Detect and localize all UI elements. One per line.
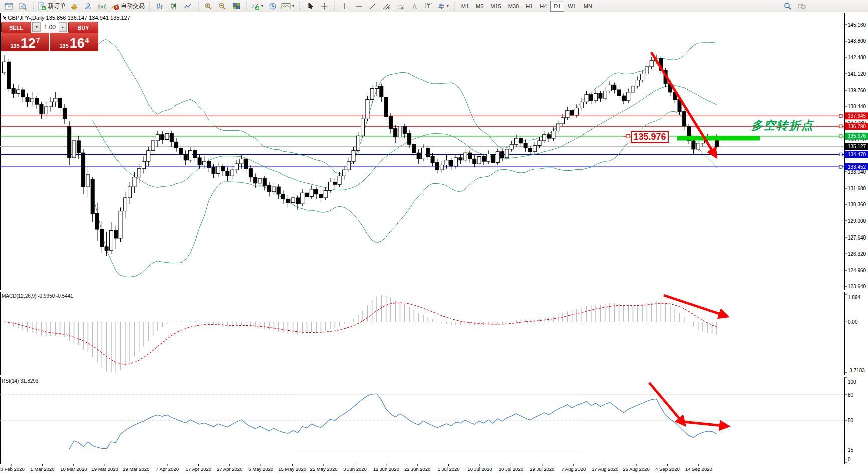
price-axis-label: 139.760 xyxy=(848,88,866,93)
macd-histogram: 1.8940.00-3.7183 xyxy=(4,295,865,373)
candle-body xyxy=(408,133,411,144)
chevron-down-icon: ▼ xyxy=(446,4,450,8)
channel-icon[interactable]: E xyxy=(380,1,394,12)
candle-body xyxy=(272,187,276,192)
timeframe-button-w1[interactable]: W1 xyxy=(564,1,580,12)
rsi-axis-label: 80 xyxy=(848,392,854,398)
main-toolbar: 新订单 自动交易 xyxy=(0,0,868,12)
horizontal-line-icon[interactable] xyxy=(352,1,366,12)
timeframe-button-h4[interactable]: H4 xyxy=(536,1,550,12)
timeframe-button-d1[interactable]: D1 xyxy=(550,1,564,12)
bars-icon[interactable] xyxy=(153,1,167,12)
bid-price-tile[interactable]: 135 12 7 xyxy=(1,33,49,51)
candle-body xyxy=(105,247,108,250)
candle-body xyxy=(40,104,43,114)
profiles-icon[interactable] xyxy=(16,1,30,12)
volume-up-icon[interactable]: ▲ xyxy=(59,22,67,32)
rsi-axis-label: 15 xyxy=(848,447,854,453)
timeframe-button-m1[interactable]: M1 xyxy=(458,1,472,12)
price-axis-label: 141.120 xyxy=(848,71,866,77)
level-handle xyxy=(839,125,842,128)
candle-body xyxy=(515,138,518,144)
candle-body xyxy=(473,159,476,164)
toolbar-separator xyxy=(197,2,199,11)
candle-body xyxy=(193,150,197,158)
vertical-line-icon[interactable] xyxy=(338,1,352,12)
candle-body xyxy=(594,93,598,101)
price-level-annotation-box[interactable]: 135.976 xyxy=(631,131,669,143)
candle-body xyxy=(100,229,104,247)
timeframe-button-h1[interactable]: H1 xyxy=(522,1,536,12)
candle-body xyxy=(375,86,379,89)
timeframe-button-mn[interactable]: MN xyxy=(580,1,596,12)
ask-prefix: 135 xyxy=(59,43,68,49)
candle-body xyxy=(338,176,341,184)
sell-button[interactable]: SELL xyxy=(1,22,31,33)
candle-body xyxy=(147,150,150,161)
autotrading-label: 自动交易 xyxy=(121,2,145,10)
terminal-icon[interactable] xyxy=(81,1,95,12)
bollinger-upper xyxy=(93,39,717,174)
tile-windows-icon[interactable] xyxy=(229,1,243,12)
candle-body xyxy=(216,166,220,174)
trendline-icon[interactable] xyxy=(366,1,380,12)
zoom-out-icon[interactable] xyxy=(215,1,229,12)
new-order-button[interactable]: 新订单 xyxy=(36,1,67,12)
cursor-icon[interactable] xyxy=(303,1,317,12)
search-icon[interactable] xyxy=(781,1,795,12)
line-chart-icon[interactable] xyxy=(181,1,195,12)
candle-body xyxy=(114,230,118,238)
candle-body xyxy=(463,153,467,160)
label-icon[interactable]: T xyxy=(422,1,436,12)
candle-body xyxy=(26,97,29,102)
candle-body xyxy=(21,90,25,97)
timeframe-toolbar: M1M5M15M30H1H4D1W1MN xyxy=(456,1,597,12)
fibonacci-icon[interactable]: F xyxy=(394,1,408,12)
indicators-add-icon[interactable]: ▼ xyxy=(250,1,266,12)
date-axis-label: 15 May 2020 xyxy=(278,466,306,472)
candle-body xyxy=(496,152,499,163)
volume-down-icon[interactable]: ▼ xyxy=(33,22,41,32)
toolbar-separator xyxy=(148,2,151,11)
candle-body xyxy=(86,175,90,187)
candle-body xyxy=(352,150,355,161)
svg-text:A: A xyxy=(412,3,416,10)
candle-body xyxy=(221,166,225,171)
buy-button[interactable]: BUY xyxy=(68,22,98,33)
candles-icon[interactable] xyxy=(167,1,181,12)
crosshair-icon[interactable] xyxy=(317,1,331,12)
ask-price-tile[interactable]: 135 16 4 xyxy=(50,33,98,51)
date-axis-label: 7 Aug 2020 xyxy=(561,466,586,472)
timeframe-button-m15[interactable]: M15 xyxy=(487,1,504,12)
date-axis-label: 14 Sep 2020 xyxy=(685,466,712,472)
candle-body xyxy=(244,159,248,168)
autotrading-button[interactable]: 自动交易 xyxy=(109,1,146,12)
candle-body xyxy=(133,177,136,187)
bid-big-digits: 12 xyxy=(21,37,36,50)
toolbar-separator xyxy=(32,2,34,11)
volume-stepper[interactable]: ▼ 1.00 ▲ xyxy=(32,22,67,32)
chat-icon[interactable] xyxy=(795,1,809,12)
signals-icon[interactable] xyxy=(95,1,109,12)
text-icon[interactable]: A xyxy=(408,1,422,12)
timeframe-button-m5[interactable]: M5 xyxy=(472,1,487,12)
candle-body xyxy=(63,108,66,119)
candle-body xyxy=(202,161,206,165)
clock-icon[interactable] xyxy=(266,1,280,12)
volume-value[interactable]: 1.00 xyxy=(41,24,59,31)
candle-body xyxy=(324,190,327,198)
arrows-icon[interactable]: ▼ xyxy=(436,1,451,12)
price-chart[interactable]: 145.160143.800142.480141.120139.760138.4… xyxy=(0,0,868,474)
chart-window-icon[interactable] xyxy=(2,1,16,12)
trend-arrows xyxy=(649,52,723,426)
timeframe-button-m30[interactable]: M30 xyxy=(505,1,522,12)
zoom-in-icon[interactable] xyxy=(201,1,215,12)
candle-body xyxy=(645,67,649,74)
candle-body xyxy=(109,230,113,250)
history-center-icon[interactable] xyxy=(67,1,81,12)
candle-body xyxy=(258,178,262,183)
template-icon[interactable]: ▼ xyxy=(280,1,297,12)
date-axis-label: 17 Apr 2020 xyxy=(186,466,211,472)
turning-point-annotation[interactable]: 多空转折点 xyxy=(751,118,814,133)
candle-body xyxy=(631,86,635,92)
